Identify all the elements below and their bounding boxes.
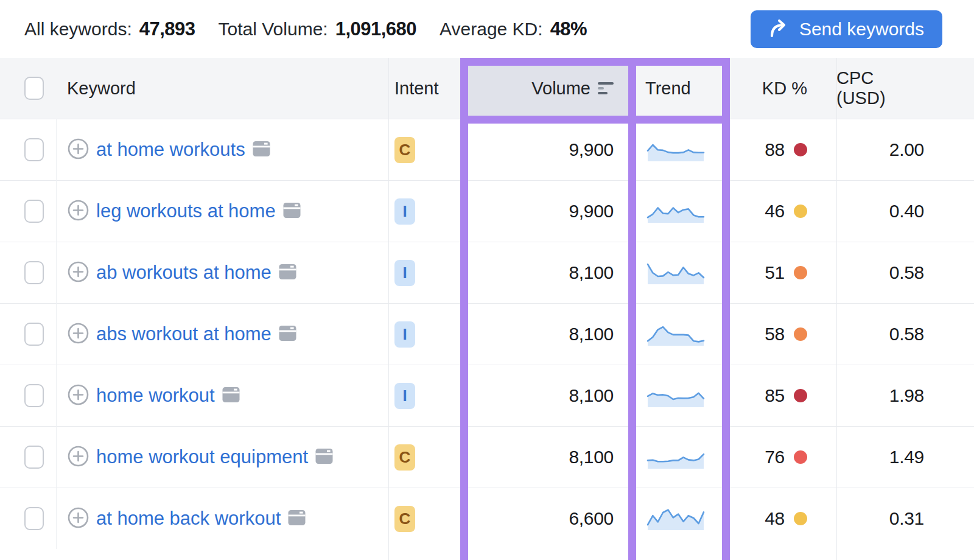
row-checkbox[interactable] bbox=[24, 446, 44, 469]
trend-cell bbox=[636, 304, 726, 365]
select-all-checkbox[interactable] bbox=[24, 77, 44, 100]
cpc-cell: 0.31 bbox=[836, 488, 974, 549]
serp-features-icon[interactable] bbox=[278, 324, 297, 345]
send-keywords-button[interactable]: Send keywords bbox=[751, 10, 942, 48]
keyword-link[interactable]: home workout bbox=[96, 385, 215, 407]
add-keyword-icon[interactable] bbox=[67, 261, 89, 285]
send-keywords-label: Send keywords bbox=[799, 19, 924, 40]
row-checkbox[interactable] bbox=[24, 323, 44, 346]
kd-cell: 46 bbox=[726, 181, 836, 242]
kd-cell: 85 bbox=[726, 365, 836, 426]
keyword-link[interactable]: abs workout at home bbox=[96, 323, 272, 345]
cpc-value: 0.31 bbox=[889, 508, 924, 529]
volume-value: 6,600 bbox=[569, 508, 614, 529]
keyword-magic-tool-results: All keywords: 47,893 Total Volume: 1,091… bbox=[0, 0, 974, 560]
header-volume[interactable]: Volume bbox=[461, 58, 636, 119]
volume-value: 8,100 bbox=[569, 262, 614, 283]
cpc-value: 2.00 bbox=[889, 139, 924, 160]
add-keyword-icon[interactable] bbox=[67, 322, 89, 347]
add-keyword-icon[interactable] bbox=[67, 138, 89, 163]
kd-value: 46 bbox=[765, 201, 785, 222]
keyword-link[interactable]: at home back workout bbox=[96, 508, 281, 530]
header-intent: Intent bbox=[388, 58, 461, 119]
table-row: home workout I 8,100 85 1.98 bbox=[0, 365, 974, 426]
intent-badge: C bbox=[394, 444, 415, 471]
trend-cell bbox=[636, 119, 726, 180]
stat-total-volume: Total Volume: 1,091,680 bbox=[219, 18, 417, 40]
serp-features-icon[interactable] bbox=[222, 385, 240, 407]
serp-features-icon[interactable] bbox=[282, 201, 301, 222]
row-checkbox[interactable] bbox=[24, 384, 44, 407]
add-keyword-icon[interactable] bbox=[67, 445, 89, 470]
table-row: at home back workout C 6,600 48 0.31 bbox=[0, 488, 974, 549]
volume-value: 9,900 bbox=[569, 201, 614, 222]
add-keyword-icon[interactable] bbox=[67, 199, 89, 224]
volume-value: 8,100 bbox=[569, 385, 614, 406]
table-row: at home workouts C 9,900 88 2.00 bbox=[0, 119, 974, 180]
cpc-value: 0.58 bbox=[889, 262, 924, 283]
volume-cell: 8,100 bbox=[461, 427, 636, 488]
kd-dot bbox=[794, 389, 807, 402]
serp-features-icon[interactable] bbox=[278, 262, 297, 284]
header-cpc[interactable]: CPC (USD) bbox=[836, 58, 974, 119]
kd-value: 76 bbox=[765, 447, 785, 467]
row-checkbox[interactable] bbox=[24, 138, 44, 161]
average-kd-value: 48% bbox=[550, 18, 587, 40]
trend-cell bbox=[636, 427, 726, 488]
intent-badge: I bbox=[394, 321, 415, 348]
kd-cell: 48 bbox=[726, 488, 836, 549]
serp-features-icon[interactable] bbox=[287, 508, 306, 530]
intent-badge: I bbox=[394, 383, 415, 409]
row-checkbox-cell bbox=[0, 427, 56, 488]
serp-features-icon[interactable] bbox=[315, 447, 334, 468]
trend-sparkline bbox=[645, 443, 706, 471]
keyword-link[interactable]: home workout equipment bbox=[96, 446, 308, 468]
row-checkbox-cell bbox=[0, 365, 56, 426]
header-trend: Trend bbox=[636, 58, 726, 119]
keyword-cell: at home workouts bbox=[56, 119, 388, 180]
keyword-link[interactable]: ab workouts at home bbox=[96, 262, 272, 284]
cpc-value: 0.40 bbox=[889, 201, 924, 222]
row-checkbox[interactable] bbox=[24, 200, 44, 223]
trend-cell bbox=[636, 242, 726, 303]
cpc-cell: 1.98 bbox=[836, 365, 974, 426]
intent-cell: C bbox=[388, 427, 461, 488]
summary-bar: All keywords: 47,893 Total Volume: 1,091… bbox=[0, 0, 974, 58]
cpc-value: 1.98 bbox=[889, 385, 924, 406]
add-keyword-icon[interactable] bbox=[67, 383, 89, 408]
volume-cell: 8,100 bbox=[461, 304, 636, 365]
table-row: ab workouts at home I 8,100 51 0.58 bbox=[0, 242, 974, 303]
volume-cell: 9,900 bbox=[461, 119, 636, 180]
intent-badge: I bbox=[394, 198, 415, 225]
row-checkbox[interactable] bbox=[24, 261, 44, 284]
keyword-cell: home workout bbox=[56, 365, 388, 426]
volume-cell: 8,100 bbox=[461, 242, 636, 303]
volume-value: 9,900 bbox=[569, 139, 614, 160]
header-trend-label: Trend bbox=[645, 79, 691, 99]
trend-sparkline bbox=[645, 197, 706, 225]
cpc-value: 0.58 bbox=[889, 324, 924, 345]
keyword-cell: abs workout at home bbox=[56, 304, 388, 365]
row-checkbox[interactable] bbox=[24, 507, 44, 530]
share-arrow-icon bbox=[769, 19, 790, 39]
row-checkbox-cell bbox=[0, 181, 56, 242]
trend-sparkline bbox=[645, 259, 706, 287]
intent-badge: C bbox=[394, 506, 415, 532]
add-keyword-icon[interactable] bbox=[67, 506, 89, 531]
keyword-link[interactable]: at home workouts bbox=[96, 139, 245, 161]
header-checkbox-cell bbox=[0, 58, 56, 119]
intent-cell: I bbox=[388, 242, 461, 303]
intent-cell: C bbox=[388, 488, 461, 549]
row-checkbox-cell bbox=[0, 242, 56, 303]
total-volume-label: Total Volume: bbox=[219, 19, 328, 40]
serp-features-icon[interactable] bbox=[252, 139, 271, 161]
header-kd[interactable]: KD % bbox=[726, 58, 836, 119]
intent-cell: C bbox=[388, 119, 461, 180]
header-volume-label: Volume bbox=[531, 79, 590, 99]
intent-badge: I bbox=[394, 260, 415, 286]
kd-dot bbox=[794, 327, 807, 341]
intent-cell: I bbox=[388, 304, 461, 365]
trend-sparkline bbox=[645, 320, 706, 348]
keyword-link[interactable]: leg workouts at home bbox=[96, 200, 276, 222]
intent-badge: C bbox=[394, 137, 415, 163]
